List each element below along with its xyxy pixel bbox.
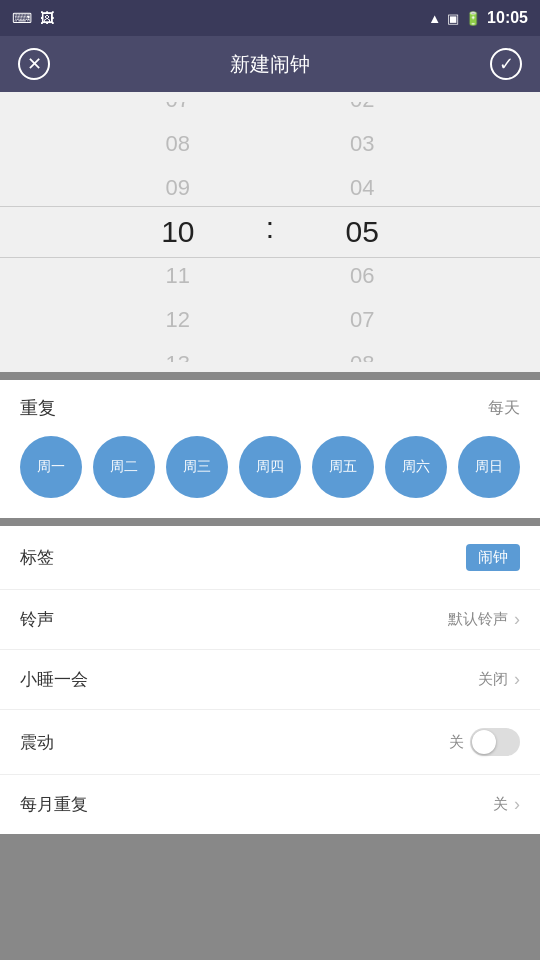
minute-item[interactable]: 06 bbox=[282, 254, 442, 298]
hour-item[interactable]: 10 bbox=[98, 210, 258, 254]
status-right-icons: ▲ ▣ 🔋 10:05 bbox=[428, 9, 528, 27]
setting-row[interactable]: 小睡一会关闭› bbox=[0, 650, 540, 710]
setting-right: 默认铃声› bbox=[448, 609, 520, 630]
repeat-value: 每天 bbox=[488, 398, 520, 419]
weekday-button[interactable]: 周四 bbox=[239, 436, 301, 498]
weekday-button[interactable]: 周六 bbox=[385, 436, 447, 498]
setting-row[interactable]: 震动关 bbox=[0, 710, 540, 775]
toggle-switch[interactable] bbox=[470, 728, 520, 756]
minute-item[interactable]: 03 bbox=[282, 122, 442, 166]
minute-picker-column[interactable]: 02030405060708 bbox=[282, 102, 442, 362]
settings-section: 标签闹钟铃声默认铃声›小睡一会关闭›震动关每月重复关› bbox=[0, 526, 540, 834]
signal-icon: ▣ bbox=[447, 11, 459, 26]
chevron-right-icon: › bbox=[514, 794, 520, 815]
setting-label: 标签 bbox=[20, 546, 54, 569]
weekday-button[interactable]: 周五 bbox=[312, 436, 374, 498]
setting-label: 每月重复 bbox=[20, 793, 88, 816]
image-icon: 🖼 bbox=[40, 10, 54, 26]
setting-row[interactable]: 铃声默认铃声› bbox=[0, 590, 540, 650]
wifi-icon: ▲ bbox=[428, 11, 441, 26]
weekday-button[interactable]: 周三 bbox=[166, 436, 228, 498]
close-circle-icon: ✕ bbox=[18, 48, 50, 80]
setting-label: 小睡一会 bbox=[20, 668, 88, 691]
setting-row[interactable]: 标签闹钟 bbox=[0, 526, 540, 590]
time-picker-section: 07080910111213 : 02030405060708 bbox=[0, 92, 540, 372]
header: ✕ 新建闹钟 ✓ bbox=[0, 36, 540, 92]
hour-item[interactable]: 07 bbox=[98, 102, 258, 122]
status-bar: ⌨ 🖼 ▲ ▣ 🔋 10:05 bbox=[0, 0, 540, 36]
weekday-button[interactable]: 周日 bbox=[458, 436, 520, 498]
tag-value: 闹钟 bbox=[466, 544, 520, 571]
setting-label: 铃声 bbox=[20, 608, 54, 631]
hour-item[interactable]: 11 bbox=[98, 254, 258, 298]
minute-item[interactable]: 07 bbox=[282, 298, 442, 342]
toggle-thumb bbox=[472, 730, 496, 754]
hour-item[interactable]: 12 bbox=[98, 298, 258, 342]
minute-item[interactable]: 02 bbox=[282, 102, 442, 122]
check-circle-icon: ✓ bbox=[490, 48, 522, 80]
setting-label: 震动 bbox=[20, 731, 54, 754]
hour-item[interactable]: 08 bbox=[98, 122, 258, 166]
time-separator: : bbox=[266, 211, 274, 253]
setting-right: 关› bbox=[493, 794, 520, 815]
minute-item[interactable]: 08 bbox=[282, 342, 442, 362]
status-time: 10:05 bbox=[487, 9, 528, 27]
minute-item[interactable]: 05 bbox=[282, 210, 442, 254]
weekday-button[interactable]: 周二 bbox=[93, 436, 155, 498]
setting-right: 闹钟 bbox=[466, 544, 520, 571]
close-button[interactable]: ✕ bbox=[16, 46, 52, 82]
hour-item[interactable]: 09 bbox=[98, 166, 258, 210]
time-picker[interactable]: 07080910111213 : 02030405060708 bbox=[0, 102, 540, 362]
setting-row[interactable]: 每月重复关› bbox=[0, 775, 540, 834]
confirm-button[interactable]: ✓ bbox=[488, 46, 524, 82]
toggle-label: 关 bbox=[449, 733, 464, 752]
page-title: 新建闹钟 bbox=[230, 51, 310, 78]
battery-icon: 🔋 bbox=[465, 11, 481, 26]
chevron-right-icon: › bbox=[514, 669, 520, 690]
setting-value: 关闭 bbox=[478, 670, 508, 689]
weekdays-row: 周一周二周三周四周五周六周日 bbox=[20, 436, 520, 502]
status-left-icons: ⌨ 🖼 bbox=[12, 10, 54, 26]
keyboard-icon: ⌨ bbox=[12, 10, 32, 26]
setting-value: 关 bbox=[493, 795, 508, 814]
hour-item[interactable]: 13 bbox=[98, 342, 258, 362]
repeat-section: 重复 每天 周一周二周三周四周五周六周日 bbox=[0, 380, 540, 518]
chevron-right-icon: › bbox=[514, 609, 520, 630]
repeat-header: 重复 每天 bbox=[20, 396, 520, 420]
setting-right: 关闭› bbox=[478, 669, 520, 690]
hour-picker-column[interactable]: 07080910111213 bbox=[98, 102, 258, 362]
repeat-label: 重复 bbox=[20, 396, 56, 420]
setting-right: 关 bbox=[449, 728, 520, 756]
minute-item[interactable]: 04 bbox=[282, 166, 442, 210]
weekday-button[interactable]: 周一 bbox=[20, 436, 82, 498]
setting-value: 默认铃声 bbox=[448, 610, 508, 629]
